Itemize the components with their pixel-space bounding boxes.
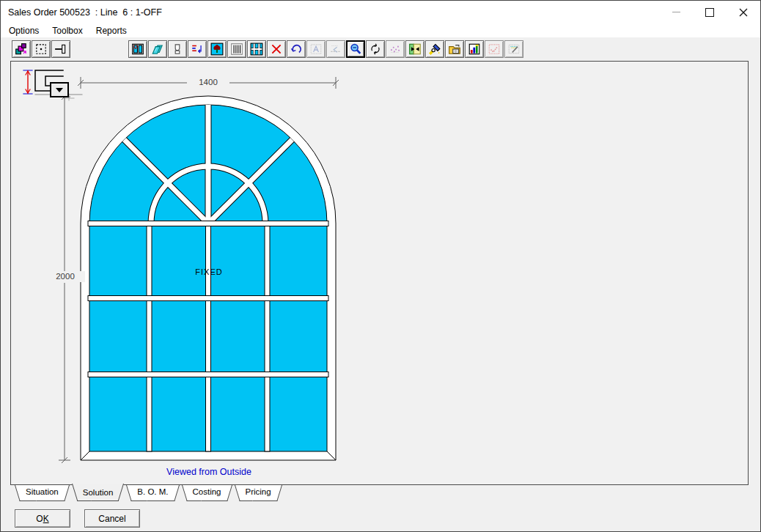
toolbar-button-rotate[interactable]	[366, 40, 385, 58]
toolbar	[1, 37, 760, 61]
menu-reports[interactable]: Reports	[89, 24, 133, 37]
dimension-move-icon	[329, 43, 342, 56]
menu-toolbox[interactable]: Toolbox	[45, 24, 89, 37]
ventilation-icon	[210, 43, 224, 56]
toolbar-button-glazing[interactable]	[148, 40, 167, 58]
compress-icon	[408, 43, 422, 56]
notes-edit-icon	[507, 43, 521, 56]
toolbar-button-vertical-bars[interactable]	[227, 40, 246, 58]
drawing-panel: 1400 2000 FIXED Viewed from Outside	[10, 61, 749, 485]
specification-list-icon	[191, 43, 204, 56]
glass-pane-label: FIXED	[180, 267, 238, 276]
bottom-tab-bar: Situation Solution B. O. M. Costing Pric…	[15, 485, 282, 501]
toolbar-button-specification-list[interactable]	[188, 40, 207, 58]
georgian-bars-icon	[250, 43, 263, 56]
chevron-down-icon	[56, 88, 63, 92]
close-button[interactable]	[727, 1, 760, 23]
delete-icon	[270, 43, 283, 56]
tab-costing[interactable]: Costing	[182, 485, 232, 501]
tab-solution[interactable]: Solution	[72, 485, 125, 501]
toolbar-button-delete[interactable]	[267, 40, 286, 58]
menu-bar: Options Toolbox Reports	[1, 23, 760, 37]
hardware-icon	[171, 43, 184, 56]
rotate-icon	[369, 43, 382, 56]
window-design-icon	[131, 43, 144, 56]
toolbar-button-freehand[interactable]	[386, 40, 405, 58]
freehand-icon	[389, 43, 402, 56]
close-icon	[739, 8, 748, 17]
toolbar-button-survey-check[interactable]	[485, 40, 504, 58]
vertical-bars-icon	[230, 43, 243, 56]
maximize-button[interactable]	[693, 1, 727, 23]
maximize-icon	[705, 8, 714, 17]
toolbar-button-ventilation[interactable]	[207, 40, 227, 58]
toolbar-button-selection-area[interactable]	[32, 40, 51, 58]
graph-report-icon	[468, 43, 481, 56]
toolbar-button-notes-edit[interactable]	[504, 40, 523, 58]
toolbar-button-export-folder[interactable]	[445, 40, 464, 58]
survey-check-icon	[488, 43, 501, 56]
title-bar: Sales Order 500523 : Line 6 : 1-OFF	[1, 1, 760, 23]
section-profile-icon	[54, 43, 67, 56]
undo-icon	[290, 43, 303, 56]
dimension-edit-icon	[309, 43, 323, 56]
toolbar-button-georgian-bars[interactable]	[247, 40, 266, 58]
toolbar-button-dimension-move[interactable]	[326, 40, 345, 58]
view-caption: Viewed from Outside	[136, 467, 282, 477]
dimension-style-dropdown[interactable]	[50, 82, 69, 97]
tab-pricing[interactable]: Pricing	[235, 485, 282, 501]
toolbar-button-compress[interactable]	[405, 40, 424, 58]
toolbar-button-graph-report[interactable]	[465, 40, 484, 58]
tab-situation[interactable]: Situation	[15, 485, 70, 501]
toolbar-button-undo[interactable]	[287, 40, 306, 58]
zoom-icon	[349, 43, 362, 56]
ok-button[interactable]: OK	[15, 509, 70, 528]
width-dimension-label: 1400	[187, 77, 229, 88]
toolbar-button-hardware[interactable]	[168, 40, 187, 58]
drawing-canvas[interactable]	[11, 62, 748, 484]
toolbar-button-section-profile[interactable]	[51, 40, 70, 58]
window-controls	[659, 1, 760, 23]
toolbar-button-dimension-edit[interactable]	[306, 40, 326, 58]
minimize-button[interactable]	[659, 1, 693, 23]
product-layers-icon	[15, 43, 28, 56]
tab-bom[interactable]: B. O. M.	[126, 485, 179, 501]
minimize-icon	[672, 12, 680, 12]
window-title: Sales Order 500523 : Line 6 : 1-OFF	[1, 7, 162, 18]
toolbar-button-zoom[interactable]	[346, 40, 365, 58]
height-dimension-label: 2000	[45, 271, 85, 282]
cancel-button[interactable]: Cancel	[84, 509, 140, 528]
selection-area-icon	[34, 43, 48, 56]
export-folder-icon	[448, 43, 461, 56]
toolbar-button-product-layers[interactable]	[12, 40, 31, 58]
toolbar-button-window-design[interactable]	[128, 40, 147, 58]
toolbar-button-torch[interactable]	[425, 40, 444, 58]
torch-icon	[428, 43, 441, 56]
app-window: Sales Order 500523 : Line 6 : 1-OFF Opti…	[0, 0, 761, 532]
glazing-icon	[151, 43, 164, 56]
menu-options[interactable]: Options	[2, 24, 45, 37]
